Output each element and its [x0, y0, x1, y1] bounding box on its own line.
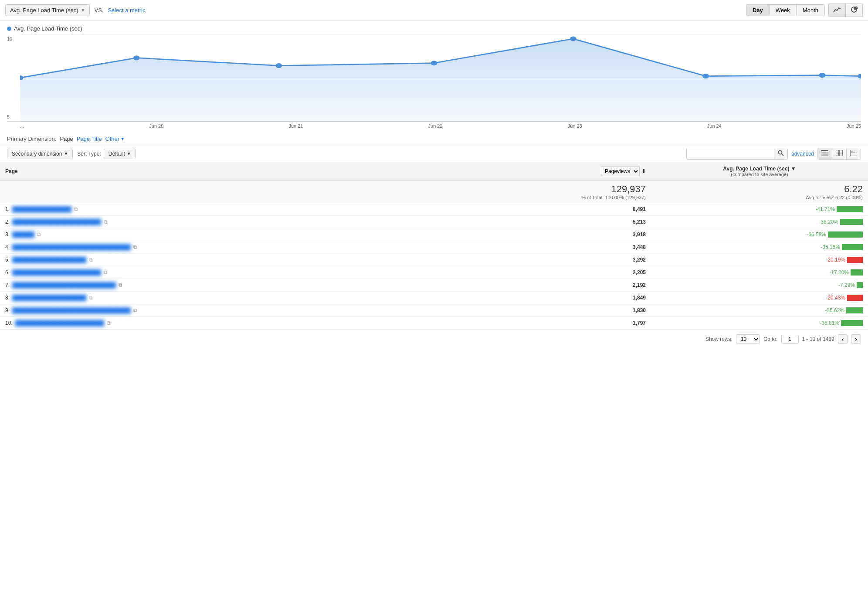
row4-page-url[interactable]: ████████████████████████████████	[12, 244, 131, 250]
col-load-header[interactable]: Avg. Page Load Time (sec) ▼ (compared to…	[651, 162, 868, 181]
row3-page-url[interactable]: ██████	[12, 231, 34, 238]
comparison-view-button[interactable]	[832, 148, 847, 159]
row3-pct: -66.58%	[802, 231, 826, 238]
table-row: 3. ██████ ⧉ 3,918 -66.58%	[0, 228, 868, 241]
row2-copy-icon[interactable]: ⧉	[104, 219, 108, 225]
row10-num: 10.	[5, 320, 13, 326]
sort-type-label: Sort Type:	[77, 151, 101, 157]
row7-page-url[interactable]: ████████████████████████████	[12, 282, 116, 288]
page-range: 1 - 10 of 1489	[802, 336, 834, 342]
metric-dropdown-arrow: ▼	[81, 8, 85, 13]
svg-marker-6	[20, 39, 861, 121]
period-month-button[interactable]: Month	[797, 5, 824, 16]
row5-pct: 20.19%	[821, 257, 845, 263]
table-row: 2. ████████████████████████ ⧉ 5,213 -38.…	[0, 216, 868, 228]
row9-copy-icon[interactable]: ⧉	[133, 307, 137, 313]
row7-page-cell: 7. ████████████████████████████ ⧉	[0, 279, 478, 292]
secondary-dimension-button[interactable]: Secondary dimension ▼	[7, 149, 73, 159]
table-row: 10. ████████████████████████ ⧉ 1,797 -36…	[0, 317, 868, 330]
search-button[interactable]	[774, 148, 787, 159]
svg-point-9	[275, 63, 282, 68]
x-label-jun21: Jun 21	[288, 123, 303, 129]
metric-selector[interactable]: Avg. Page Load Time (sec) ▼	[5, 4, 90, 16]
row7-bar	[857, 282, 863, 288]
row2-bar	[840, 219, 863, 225]
row5-page-url[interactable]: ████████████████████	[12, 257, 86, 263]
row7-copy-icon[interactable]: ⧉	[119, 282, 122, 288]
row9-bar	[846, 307, 863, 313]
advanced-link[interactable]: advanced	[791, 151, 814, 157]
row7-load: -7.29%	[651, 279, 868, 292]
pivot-view-button[interactable]	[847, 148, 861, 159]
row4-bar	[842, 244, 863, 250]
svg-rect-19	[821, 153, 828, 155]
x-label-jun23: Jun 23	[568, 123, 582, 129]
row1-pageviews: 8,491	[478, 203, 651, 216]
row6-copy-icon[interactable]: ⧉	[104, 269, 108, 276]
line-chart-icon	[833, 6, 841, 13]
totals-load-sub: Avg for View: 6.22 (0.00%)	[656, 195, 863, 200]
row9-pageviews: 1,830	[478, 304, 651, 317]
row5-num: 5.	[5, 257, 10, 263]
col-pageviews-header[interactable]: Pageviews ⬇	[478, 162, 651, 181]
table-row: 7. ████████████████████████████ ⧉ 2,192 …	[0, 279, 868, 292]
row9-num: 9.	[5, 307, 10, 313]
pageviews-select[interactable]: Pageviews	[601, 167, 640, 176]
row5-bar	[847, 257, 863, 263]
svg-rect-27	[851, 151, 853, 153]
row8-page-cell: 8. ████████████████████ ⧉	[0, 292, 478, 304]
row8-load: 20.43%	[651, 292, 868, 304]
row10-page-url[interactable]: ████████████████████████	[15, 320, 104, 326]
line-chart-svg	[20, 34, 861, 121]
row8-copy-icon[interactable]: ⧉	[89, 295, 93, 301]
row3-copy-icon[interactable]: ⧉	[37, 231, 41, 238]
dim-option-page-title[interactable]: Page Title	[77, 136, 102, 142]
goto-page-input[interactable]	[781, 335, 799, 344]
next-page-button[interactable]: ›	[851, 334, 861, 344]
period-week-button[interactable]: Week	[770, 5, 797, 16]
row9-page-url[interactable]: ████████████████████████████████	[12, 307, 131, 313]
table-view-button[interactable]	[818, 148, 832, 159]
rows-per-page-select[interactable]: 10 25 50 100	[736, 334, 760, 344]
row4-copy-icon[interactable]: ⧉	[133, 244, 137, 250]
row3-pageviews: 3,918	[478, 228, 651, 241]
table-row: 8. ████████████████████ ⧉ 1,849 20.43%	[0, 292, 868, 304]
row10-load: -36.81%	[651, 317, 868, 330]
search-input[interactable]	[687, 149, 774, 159]
chart-area: 10 5	[7, 34, 861, 122]
row3-load: -66.58%	[651, 228, 868, 241]
row1-page-url[interactable]: ████████████████	[12, 206, 71, 212]
primary-dimension-label: Primary Dimension:	[7, 136, 56, 142]
row1-copy-icon[interactable]: ⧉	[74, 206, 78, 212]
sort-type-select[interactable]: Default ▼	[104, 149, 136, 159]
row3-num: 3.	[5, 231, 10, 238]
row6-pct: -17.20%	[825, 269, 849, 276]
row9-page-cell: 9. ████████████████████████████████ ⧉	[0, 304, 478, 317]
sort-asc-icon[interactable]: ⬇	[641, 168, 646, 174]
row6-page-url[interactable]: ████████████████████████	[12, 269, 101, 276]
row10-copy-icon[interactable]: ⧉	[107, 320, 111, 326]
vs-label: VS.	[94, 7, 103, 14]
row4-num: 4.	[5, 244, 10, 250]
totals-load-value: 6.22	[656, 184, 863, 195]
period-day-button[interactable]: Day	[746, 5, 770, 16]
chart-svg-wrapper	[20, 34, 861, 121]
table-row: 5. ████████████████████ ⧉ 3,292 20.19%	[0, 254, 868, 266]
line-chart-button[interactable]	[829, 4, 846, 17]
row1-page-cell: 1. ████████████████ ⧉	[0, 203, 478, 216]
row6-load: -17.20%	[651, 266, 868, 279]
totals-empty-cell	[0, 181, 478, 203]
svg-point-13	[819, 73, 826, 78]
row2-page-url[interactable]: ████████████████████████	[12, 219, 101, 225]
totals-row: 129,937 % of Total: 100.00% (129,937) 6.…	[0, 181, 868, 203]
dim-option-page[interactable]: Page	[60, 136, 73, 142]
dim-option-other[interactable]: Other ▼	[105, 136, 125, 142]
row2-pageviews: 5,213	[478, 216, 651, 228]
row8-page-url[interactable]: ████████████████████	[12, 295, 86, 301]
data-table: Page Pageviews ⬇ Avg. Page Load Time (se…	[0, 162, 868, 330]
prev-page-button[interactable]: ‹	[838, 334, 848, 344]
select-metric-link[interactable]: Select a metric	[108, 7, 145, 14]
table-view-icon	[821, 150, 828, 156]
row5-copy-icon[interactable]: ⧉	[89, 257, 93, 263]
pie-chart-button[interactable]	[846, 4, 862, 17]
